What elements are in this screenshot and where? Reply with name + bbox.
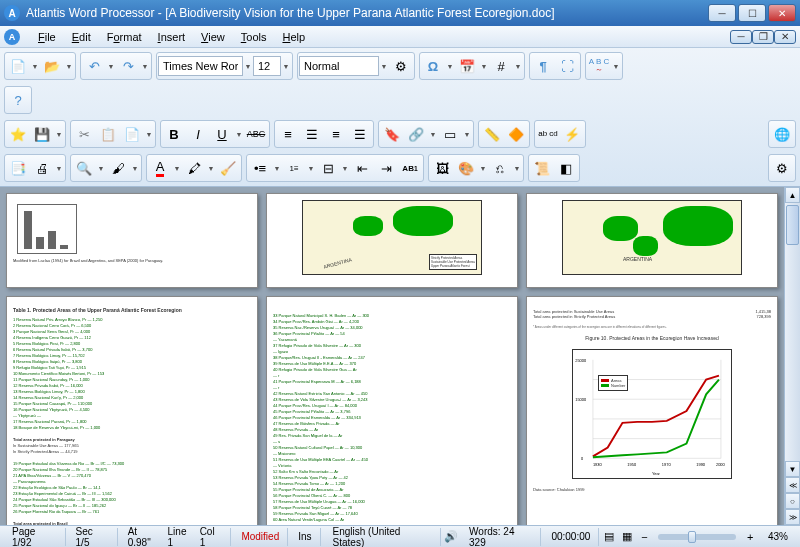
multilevel-button[interactable]: ⊟ (316, 156, 340, 180)
font-size-dropdown[interactable]: ▼ (281, 63, 291, 70)
link-dd[interactable]: ▼ (428, 131, 438, 138)
save-dropdown[interactable]: ▼ (54, 131, 64, 138)
open-dropdown[interactable]: ▼ (64, 63, 74, 70)
colors-button[interactable]: 🔶 (504, 122, 528, 146)
page-number-button[interactable]: # (489, 54, 513, 78)
outdent-button[interactable]: ⇤ (350, 156, 374, 180)
zoom-slider[interactable] (658, 534, 736, 540)
bookmark-button[interactable]: 🔖 (380, 122, 404, 146)
paste-button[interactable]: 📄 (120, 122, 144, 146)
browse-object-button[interactable]: ○ (785, 493, 800, 509)
status-page[interactable]: Page 1/92 (4, 528, 66, 546)
copy-button[interactable]: 📋 (96, 122, 120, 146)
strike-button[interactable]: ABC (244, 122, 268, 146)
sort-button[interactable]: AB1 (398, 156, 422, 180)
menu-file[interactable]: File (30, 29, 64, 45)
settings-button[interactable]: ⚙ (770, 156, 794, 180)
print-button[interactable]: 🖨 (30, 156, 54, 180)
status-language[interactable]: English (United States) (325, 528, 442, 546)
br-dd[interactable]: ▼ (512, 165, 522, 172)
maximize-button[interactable]: ☐ (738, 4, 766, 22)
field-button[interactable]: ▭ (438, 122, 462, 146)
page-thumbnail[interactable]: ARGENTINA (526, 193, 778, 288)
scroll-down-button[interactable]: ▼ (785, 461, 800, 477)
bold-button[interactable]: B (162, 122, 186, 146)
indent-button[interactable]: ⇥ (374, 156, 398, 180)
ca-dd[interactable]: ▼ (478, 165, 488, 172)
spellcheck-button[interactable]: A B C～ (587, 54, 611, 78)
ruler-button[interactable]: 📏 (480, 122, 504, 146)
zoom-in-button[interactable]: + (742, 529, 758, 545)
symbol-dropdown[interactable]: ▼ (445, 63, 455, 70)
redo-button[interactable]: ↷ (116, 54, 140, 78)
app-menu-icon[interactable]: A (4, 29, 20, 45)
document-viewport[interactable]: Modified from Laclau (1994) for Brazil a… (0, 187, 784, 525)
page-thumbnail[interactable]: Modified from Laclau (1994) for Brazil a… (6, 193, 258, 288)
fc-dd[interactable]: ▼ (172, 165, 182, 172)
numbering-button[interactable]: 1≡ (282, 156, 306, 180)
erase-format-button[interactable]: 🧹 (216, 156, 240, 180)
print-dd[interactable]: ▼ (54, 165, 64, 172)
globe-button[interactable]: 🌐 (770, 122, 794, 146)
style-options-button[interactable]: ⚙ (389, 54, 413, 78)
view-print-icon[interactable]: ▦ (619, 529, 635, 545)
status-section[interactable]: Sec 1/5 (68, 528, 118, 546)
backup-button[interactable]: 📑 (6, 156, 30, 180)
undo-button[interactable]: ↶ (82, 54, 106, 78)
sound-icon[interactable]: 🔊 (443, 529, 459, 545)
scroll-up-button[interactable]: ▲ (785, 187, 800, 203)
menu-format[interactable]: Format (99, 29, 150, 45)
status-modified[interactable]: Modified (233, 528, 288, 546)
bul-dd[interactable]: ▼ (272, 165, 282, 172)
font-color-button[interactable]: A (148, 156, 172, 180)
mdi-close-button[interactable]: ✕ (774, 30, 796, 44)
section-button[interactable]: ◧ (554, 156, 578, 180)
style-combo[interactable] (299, 56, 379, 76)
favorite-button[interactable]: ⭐ (6, 122, 30, 146)
minimize-button[interactable]: ─ (708, 4, 736, 22)
font-name-dropdown[interactable]: ▼ (243, 63, 253, 70)
page-thumbnail[interactable]: 33 Parque Natural Municipal S. H. Baden … (266, 296, 518, 525)
align-center-button[interactable]: ☰ (300, 122, 324, 146)
mdi-minimize-button[interactable]: ─ (730, 30, 752, 44)
zoom-out-button[interactable]: − (637, 529, 653, 545)
spellcheck-dropdown[interactable]: ▼ (611, 63, 621, 70)
pagenum-dropdown[interactable]: ▼ (513, 63, 523, 70)
menu-tools[interactable]: Tools (233, 29, 275, 45)
ml-dd[interactable]: ▼ (340, 165, 350, 172)
zoom-slider-thumb[interactable] (688, 531, 696, 543)
pilcrow-button[interactable]: ¶ (531, 54, 555, 78)
italic-button[interactable]: I (186, 122, 210, 146)
page-thumbnail[interactable]: Table 1. Protected Areas of the Upper Pa… (6, 296, 258, 525)
highlight-button[interactable]: 🖍 (182, 156, 206, 180)
menu-help[interactable]: Help (274, 29, 313, 45)
fullscreen-button[interactable]: ⛶ (555, 54, 579, 78)
align-left-button[interactable]: ≡ (276, 122, 300, 146)
help-button[interactable]: ? (6, 88, 30, 112)
bullets-button[interactable]: •≡ (248, 156, 272, 180)
cut-button[interactable]: ✂ (72, 122, 96, 146)
prev-page-button[interactable]: ≪ (785, 477, 800, 493)
align-right-button[interactable]: ≡ (324, 122, 348, 146)
status-wordcount[interactable]: Words: 24 329 (461, 528, 541, 546)
paste-dropdown[interactable]: ▼ (144, 131, 154, 138)
field-dd[interactable]: ▼ (462, 131, 472, 138)
find-button[interactable]: 🔍 (72, 156, 96, 180)
replace-button[interactable]: ab cd (536, 122, 560, 146)
clipart-button[interactable]: 🎨 (454, 156, 478, 180)
date-button[interactable]: 📅 (455, 54, 479, 78)
new-dropdown[interactable]: ▼ (30, 63, 40, 70)
menu-view[interactable]: View (193, 29, 233, 45)
scroll-track[interactable] (785, 203, 800, 461)
align-justify-button[interactable]: ☰ (348, 122, 372, 146)
format-painter-button[interactable]: 🖌 (106, 156, 130, 180)
num-dd[interactable]: ▼ (306, 165, 316, 172)
underline-dropdown[interactable]: ▼ (234, 131, 244, 138)
break-button[interactable]: ⎌ (488, 156, 512, 180)
fp-dd[interactable]: ▼ (130, 165, 140, 172)
new-button[interactable]: 📄 (6, 54, 30, 78)
save-button[interactable]: 💾 (30, 122, 54, 146)
underline-button[interactable]: U (210, 122, 234, 146)
toc-button[interactable]: 📜 (530, 156, 554, 180)
hl-dd[interactable]: ▼ (206, 165, 216, 172)
